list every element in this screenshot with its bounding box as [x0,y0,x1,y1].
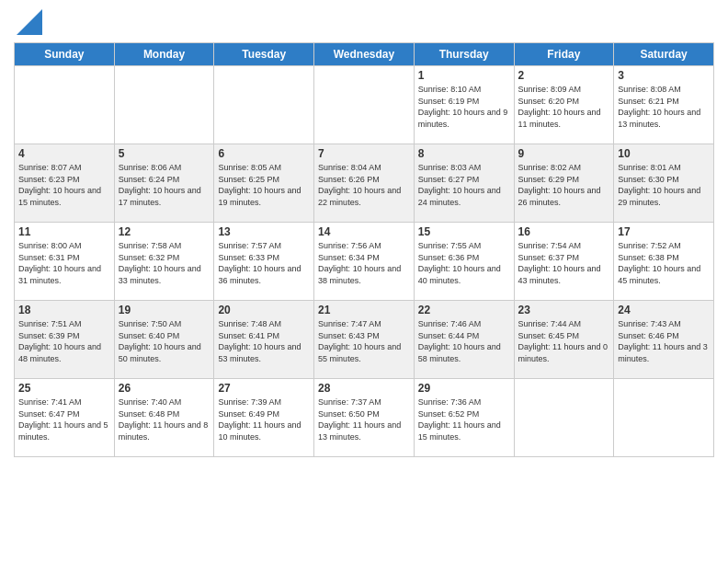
day-cell [114,66,214,144]
day-number: 7 [318,147,410,160]
day-number: 13 [218,225,310,238]
day-info: Sunrise: 7:50 AM Sunset: 6:40 PM Dayligh… [119,318,210,364]
day-number: 1 [418,69,510,82]
day-info: Sunrise: 7:51 AM Sunset: 6:39 PM Dayligh… [18,318,110,364]
day-info: Sunrise: 7:48 AM Sunset: 6:41 PM Dayligh… [218,318,310,364]
day-number: 6 [218,147,310,160]
weekday-friday: Friday [514,43,614,66]
day-number: 2 [518,69,610,82]
day-info: Sunrise: 7:43 AM Sunset: 6:46 PM Dayligh… [618,318,710,364]
day-cell: 23Sunrise: 7:44 AM Sunset: 6:45 PM Dayli… [514,301,614,379]
calendar: SundayMondayTuesdayWednesdayThursdayFrid… [14,42,714,457]
day-number: 3 [618,69,710,82]
day-info: Sunrise: 8:04 AM Sunset: 6:26 PM Dayligh… [318,162,410,208]
day-number: 21 [318,304,410,316]
day-info: Sunrise: 7:41 AM Sunset: 6:47 PM Dayligh… [18,396,110,442]
day-cell: 4Sunrise: 8:07 AM Sunset: 6:23 PM Daylig… [15,144,115,223]
day-info: Sunrise: 7:39 AM Sunset: 6:49 PM Dayligh… [218,396,310,442]
day-number: 23 [518,304,610,316]
day-cell: 5Sunrise: 8:06 AM Sunset: 6:24 PM Daylig… [114,144,214,223]
day-cell: 2Sunrise: 8:09 AM Sunset: 6:20 PM Daylig… [514,66,614,144]
day-number: 4 [18,147,110,160]
day-info: Sunrise: 7:37 AM Sunset: 6:50 PM Dayligh… [318,396,410,442]
day-number: 22 [418,304,510,316]
day-number: 24 [618,304,710,316]
day-cell: 28Sunrise: 7:37 AM Sunset: 6:50 PM Dayli… [314,379,415,457]
weekday-header-row: SundayMondayTuesdayWednesdayThursdayFrid… [15,43,714,66]
day-info: Sunrise: 7:36 AM Sunset: 6:52 PM Dayligh… [418,396,510,442]
day-number: 12 [119,225,210,238]
day-info: Sunrise: 7:44 AM Sunset: 6:45 PM Dayligh… [518,318,610,364]
day-cell: 22Sunrise: 7:46 AM Sunset: 6:44 PM Dayli… [414,301,514,379]
day-number: 28 [318,382,410,395]
day-info: Sunrise: 8:10 AM Sunset: 6:19 PM Dayligh… [418,84,510,130]
logo [14,9,42,35]
day-number: 17 [618,225,710,238]
day-info: Sunrise: 8:05 AM Sunset: 6:25 PM Dayligh… [218,162,310,208]
day-cell: 29Sunrise: 7:36 AM Sunset: 6:52 PM Dayli… [414,379,514,457]
svg-marker-0 [17,9,42,35]
day-cell: 3Sunrise: 8:08 AM Sunset: 6:21 PM Daylig… [614,66,714,144]
day-cell: 8Sunrise: 8:03 AM Sunset: 6:27 PM Daylig… [414,144,514,223]
day-cell [15,66,115,144]
week-row-1: 1Sunrise: 8:10 AM Sunset: 6:19 PM Daylig… [15,66,714,144]
weekday-tuesday: Tuesday [214,43,314,66]
day-cell [514,379,614,457]
day-number: 14 [318,225,410,238]
weekday-wednesday: Wednesday [314,43,415,66]
week-row-5: 25Sunrise: 7:41 AM Sunset: 6:47 PM Dayli… [15,379,714,457]
day-cell: 18Sunrise: 7:51 AM Sunset: 6:39 PM Dayli… [15,301,115,379]
day-cell: 19Sunrise: 7:50 AM Sunset: 6:40 PM Dayli… [114,301,214,379]
day-cell: 1Sunrise: 8:10 AM Sunset: 6:19 PM Daylig… [414,66,514,144]
day-cell: 7Sunrise: 8:04 AM Sunset: 6:26 PM Daylig… [314,144,415,223]
logo-icon [17,9,42,35]
day-info: Sunrise: 8:06 AM Sunset: 6:24 PM Dayligh… [119,162,210,208]
day-cell: 25Sunrise: 7:41 AM Sunset: 6:47 PM Dayli… [15,379,115,457]
day-cell: 26Sunrise: 7:40 AM Sunset: 6:48 PM Dayli… [114,379,214,457]
day-info: Sunrise: 8:01 AM Sunset: 6:30 PM Dayligh… [618,162,710,208]
week-row-3: 11Sunrise: 8:00 AM Sunset: 6:31 PM Dayli… [15,223,714,301]
week-row-2: 4Sunrise: 8:07 AM Sunset: 6:23 PM Daylig… [15,144,714,223]
weekday-thursday: Thursday [414,43,514,66]
day-cell: 6Sunrise: 8:05 AM Sunset: 6:25 PM Daylig… [214,144,314,223]
day-cell: 17Sunrise: 7:52 AM Sunset: 6:38 PM Dayli… [614,223,714,301]
day-info: Sunrise: 7:54 AM Sunset: 6:37 PM Dayligh… [518,240,610,286]
day-info: Sunrise: 8:03 AM Sunset: 6:27 PM Dayligh… [418,162,510,208]
day-cell: 14Sunrise: 7:56 AM Sunset: 6:34 PM Dayli… [314,223,415,301]
day-number: 8 [418,147,510,160]
day-info: Sunrise: 8:07 AM Sunset: 6:23 PM Dayligh… [18,162,110,208]
day-info: Sunrise: 7:55 AM Sunset: 6:36 PM Dayligh… [418,240,510,286]
day-info: Sunrise: 8:08 AM Sunset: 6:21 PM Dayligh… [618,84,710,130]
day-cell: 24Sunrise: 7:43 AM Sunset: 6:46 PM Dayli… [614,301,714,379]
day-info: Sunrise: 8:02 AM Sunset: 6:29 PM Dayligh… [518,162,610,208]
day-info: Sunrise: 7:47 AM Sunset: 6:43 PM Dayligh… [318,318,410,364]
day-cell: 11Sunrise: 8:00 AM Sunset: 6:31 PM Dayli… [15,223,115,301]
day-info: Sunrise: 7:52 AM Sunset: 6:38 PM Dayligh… [618,240,710,286]
day-info: Sunrise: 8:09 AM Sunset: 6:20 PM Dayligh… [518,84,610,130]
day-cell: 12Sunrise: 7:58 AM Sunset: 6:32 PM Dayli… [114,223,214,301]
day-number: 27 [218,382,310,395]
day-info: Sunrise: 7:57 AM Sunset: 6:33 PM Dayligh… [218,240,310,286]
header [14,9,714,35]
day-cell: 13Sunrise: 7:57 AM Sunset: 6:33 PM Dayli… [214,223,314,301]
day-cell: 9Sunrise: 8:02 AM Sunset: 6:29 PM Daylig… [514,144,614,223]
day-number: 20 [218,304,310,316]
day-cell: 16Sunrise: 7:54 AM Sunset: 6:37 PM Dayli… [514,223,614,301]
day-number: 29 [418,382,510,395]
day-number: 18 [18,304,110,316]
day-number: 9 [518,147,610,160]
day-cell: 27Sunrise: 7:39 AM Sunset: 6:49 PM Dayli… [214,379,314,457]
day-number: 25 [18,382,110,395]
day-number: 26 [119,382,210,395]
day-number: 11 [18,225,110,238]
day-number: 16 [518,225,610,238]
day-number: 10 [618,147,710,160]
day-cell [614,379,714,457]
day-cell [214,66,314,144]
day-info: Sunrise: 7:40 AM Sunset: 6:48 PM Dayligh… [119,396,210,442]
day-number: 19 [119,304,210,316]
day-cell [314,66,415,144]
day-number: 15 [418,225,510,238]
weekday-saturday: Saturday [614,43,714,66]
page: SundayMondayTuesdayWednesdayThursdayFrid… [0,0,728,563]
